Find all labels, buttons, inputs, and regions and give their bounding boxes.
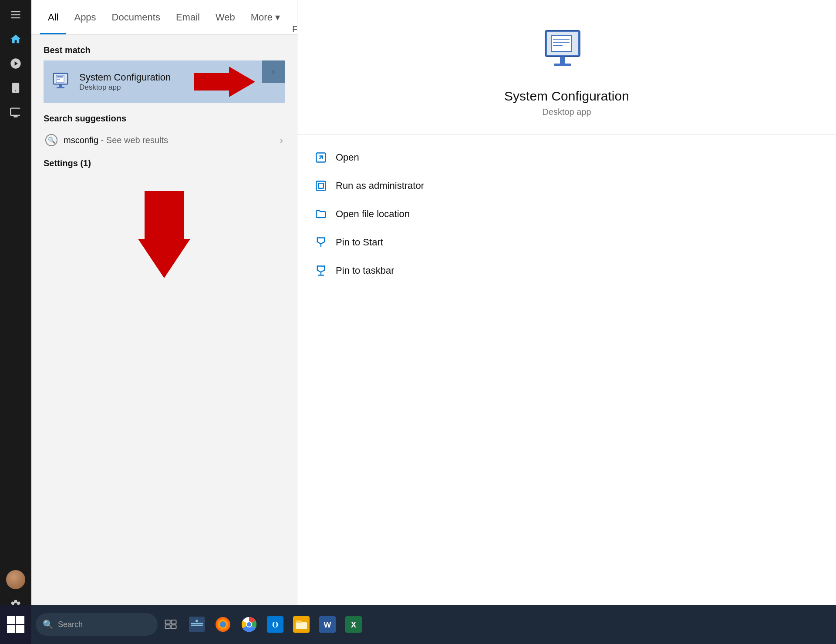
action-file-location-label: Open file location xyxy=(336,208,410,220)
search-suggestions-label: Search suggestions xyxy=(44,114,285,124)
svg-marker-11 xyxy=(194,67,255,97)
firefox-icon xyxy=(215,616,231,633)
tab-apps[interactable]: Apps xyxy=(66,0,104,34)
svg-rect-9 xyxy=(59,84,62,87)
best-match-text: System Configuration Desktop app xyxy=(79,72,171,92)
chrome-icon xyxy=(241,616,257,633)
outlook-icon: O xyxy=(267,616,283,633)
right-panel: System Configuration Desktop app Open xyxy=(297,0,836,644)
app-right-subtitle: Desktop app xyxy=(542,107,591,117)
taskbar-firefox[interactable] xyxy=(210,605,236,644)
word-icon: W xyxy=(319,616,336,633)
svg-point-38 xyxy=(220,621,226,627)
action-open-label: Open xyxy=(336,152,359,163)
pin-taskbar-icon xyxy=(315,265,327,277)
divider xyxy=(297,134,836,135)
right-panel-content: System Configuration Desktop app Open xyxy=(297,0,836,644)
sidebar-tablet[interactable] xyxy=(5,77,26,98)
action-pin-taskbar[interactable]: Pin to taskbar xyxy=(315,257,819,285)
annotation-down-arrow-container xyxy=(44,174,285,295)
suggestion-chevron-icon: › xyxy=(280,135,283,145)
windows-icon xyxy=(7,616,24,633)
taskbar: 🔍 Search xyxy=(0,605,836,644)
folder-icon xyxy=(315,208,327,220)
action-pin-start-label: Pin to Start xyxy=(336,237,383,248)
app-right-title: System Configuration xyxy=(504,89,629,104)
search-panel: All Apps Documents Email Web More ▾ Feed… xyxy=(31,0,297,644)
windows-start-button[interactable] xyxy=(0,605,31,644)
best-match-main[interactable]: System Configuration Desktop app xyxy=(44,60,262,103)
best-match-label: Best match xyxy=(44,45,285,55)
file-explorer-icon xyxy=(293,616,310,633)
tab-email[interactable]: Email xyxy=(168,0,208,34)
taskbar-file-explorer[interactable] xyxy=(288,605,314,644)
svg-point-35 xyxy=(196,620,198,622)
action-run-admin[interactable]: Run as administrator xyxy=(315,172,819,200)
svg-text:W: W xyxy=(324,621,331,629)
best-match-open-arrow[interactable]: › xyxy=(262,60,285,83)
svg-rect-31 xyxy=(171,625,176,629)
sidebar-hamburger[interactable] xyxy=(5,4,26,25)
svg-text:X: X xyxy=(351,621,356,629)
sidebar-desktop[interactable] xyxy=(5,102,26,123)
taskbar-icon-connector[interactable] xyxy=(184,605,210,644)
search-loop-icon: 🔍 xyxy=(45,134,57,146)
tab-web[interactable]: Web xyxy=(208,0,243,34)
sidebar-camera[interactable] xyxy=(5,53,26,74)
best-match-item[interactable]: System Configuration Desktop app › xyxy=(44,60,285,103)
app-large-icon xyxy=(541,26,593,78)
taskbar-search[interactable]: 🔍 Search xyxy=(36,613,158,636)
svg-rect-34 xyxy=(191,625,203,626)
suggestion-sub: - See web results xyxy=(101,135,169,145)
svg-rect-33 xyxy=(191,623,203,624)
svg-point-41 xyxy=(247,622,251,627)
action-admin-label: Run as administrator xyxy=(336,180,424,191)
svg-rect-46 xyxy=(296,621,302,623)
action-pin-start[interactable]: Pin to Start xyxy=(315,228,819,257)
open-icon xyxy=(315,151,327,164)
svg-rect-28 xyxy=(165,620,170,624)
chevron-right-icon: › xyxy=(272,66,275,77)
best-match-subtitle: Desktop app xyxy=(79,83,171,92)
tab-all[interactable]: All xyxy=(40,0,66,34)
search-content: Best match xyxy=(31,35,297,618)
taskbar-search-icon: 🔍 xyxy=(43,619,54,630)
svg-rect-29 xyxy=(171,620,176,624)
best-match-row: System Configuration Desktop app › xyxy=(44,60,285,103)
svg-rect-10 xyxy=(57,87,64,88)
svg-text:O: O xyxy=(272,621,278,629)
sidebar xyxy=(0,0,31,644)
sidebar-home[interactable] xyxy=(5,29,26,50)
best-match-title: System Configuration xyxy=(79,72,171,83)
connector-icon xyxy=(189,617,205,632)
task-view-icon xyxy=(164,618,177,631)
svg-rect-24 xyxy=(318,183,324,188)
action-pin-taskbar-label: Pin to taskbar xyxy=(336,265,394,276)
taskbar-outlook[interactable]: O xyxy=(262,605,288,644)
pin-start-icon xyxy=(315,236,327,248)
svg-marker-12 xyxy=(138,191,190,278)
taskbar-chrome[interactable] xyxy=(236,605,262,644)
tab-documents[interactable]: Documents xyxy=(104,0,168,34)
settings-label: Settings (1) xyxy=(44,158,285,168)
excel-icon: X xyxy=(345,616,362,633)
svg-rect-15 xyxy=(551,36,571,51)
annotation-arrow-down xyxy=(138,191,190,278)
annotation-arrow-right xyxy=(194,67,255,97)
taskbar-word[interactable]: W xyxy=(314,605,340,644)
suggestion-text: msconfig - See web results xyxy=(64,135,274,145)
action-open[interactable]: Open xyxy=(315,144,819,172)
taskbar-search-text: Search xyxy=(58,620,83,629)
svg-rect-45 xyxy=(296,622,307,629)
action-list: Open Run as administrator xyxy=(297,144,836,285)
svg-rect-19 xyxy=(560,57,565,64)
admin-icon xyxy=(315,180,327,192)
tab-more[interactable]: More ▾ xyxy=(243,0,288,34)
svg-rect-30 xyxy=(165,625,170,629)
taskbar-excel[interactable]: X xyxy=(340,605,367,644)
task-view-button[interactable] xyxy=(158,605,184,644)
system-config-icon xyxy=(51,70,73,93)
sidebar-avatar-wrapper[interactable] xyxy=(5,570,26,591)
suggestion-item-0[interactable]: 🔍 msconfig - See web results › xyxy=(44,129,285,151)
action-file-location[interactable]: Open file location xyxy=(315,200,819,228)
